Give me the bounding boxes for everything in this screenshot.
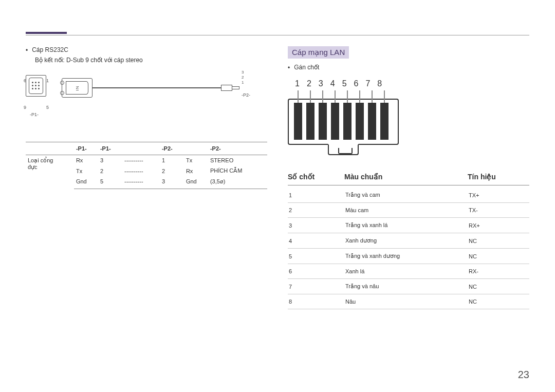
table-row: 7Trắng và nâuNC [288, 279, 529, 294]
cell-color: Trắng và xanh dương [344, 249, 468, 264]
rj45-pin-numbers: 1 2 3 4 5 6 7 8 [295, 79, 529, 88]
bullet-dot-icon: • [26, 46, 28, 54]
cell-color: Xanh lá [344, 264, 468, 279]
th-p1a: -P1- [74, 142, 98, 155]
cell-signal: NC [468, 249, 529, 264]
right-column: Cáp mạng LAN • Gán chốt 1 2 3 4 5 6 7 8 [288, 46, 529, 309]
cell-pin: 6 [288, 264, 344, 279]
table-row: 4Xanh dươngNC [288, 233, 529, 249]
rj45-diagram: 1 2 3 4 5 6 7 8 [288, 79, 529, 157]
cell-pin: 3 [288, 218, 344, 233]
lan-bullet: • Gán chốt [288, 64, 529, 72]
th-p2b: -P2- [208, 142, 267, 155]
bullet-dot-icon: • [288, 64, 290, 72]
pin-label-5: 5 [46, 105, 49, 110]
rs232c-bullet: • Cáp RS232C [26, 46, 267, 54]
cell-color: Màu cam [344, 203, 468, 218]
cell-signal: RX+ [468, 218, 529, 233]
table-row: Loại cổng đực Rx 3 ---------- 1 Tx STERE… [26, 155, 267, 166]
cell-pin: 7 [288, 279, 344, 294]
cell-color: Trắng và cam [344, 188, 468, 203]
cell-pin: 5 [288, 249, 344, 264]
table-row: 8NâuNC [288, 294, 529, 309]
th-p2a: -P2- [160, 142, 184, 155]
pin-label-1: 1 [46, 78, 49, 83]
table-row: 6Xanh láRX- [288, 264, 529, 279]
jack-pin-labels: 3 2 1 [242, 70, 244, 85]
header-accent [26, 32, 67, 34]
table-row: 1Trắng và camTX+ [288, 188, 529, 203]
cell-color: Nâu [344, 294, 468, 309]
cell-signal: NC [468, 279, 529, 294]
rs232c-title: Cáp RS232C [32, 46, 68, 53]
lan-pinout-table: 1Trắng và camTX+2Màu camTX-3Trắng và xan… [288, 188, 529, 309]
table-row: 5Trắng và xanh dươngNC [288, 249, 529, 264]
pin-label-9: 9 [24, 105, 26, 110]
lan-section-header: Cáp mạng LAN [288, 46, 349, 59]
cell-signal: TX+ [468, 188, 529, 203]
rs232c-pinout-table: -P1- -P1- -P2- -P2- Loại cổng đực Rx 3 - [26, 142, 267, 189]
rs232c-desc: Bộ kết nối: D-Sub 9 chốt với cáp stereo [35, 57, 267, 64]
th-p1b: -P1- [98, 142, 122, 155]
rs232c-diagram: 6 1 9 5 -P1- IN 3 2 1 -P2- [26, 70, 267, 137]
left-column: • Cáp RS232C Bộ kết nối: D-Sub 9 chốt vớ… [26, 46, 267, 309]
cell-color: Trắng và nâu [344, 279, 468, 294]
p2-marker: -P2- [242, 92, 250, 98]
row-label-2: đực [28, 164, 72, 171]
th-signal: Tín hiệu [468, 173, 529, 181]
pin-label-6: 6 [24, 78, 26, 83]
stereo-jack-icon [221, 83, 242, 92]
th-color: Màu chuẩn [344, 173, 468, 181]
cell-pin: 4 [288, 233, 344, 249]
dsub-front-icon: 6 1 9 5 -P1- [26, 75, 46, 97]
row-label-1: Loại cổng [28, 157, 72, 164]
cell-signal: NC [468, 294, 529, 309]
rj45-connector-icon [288, 90, 401, 157]
cell-signal: RX- [468, 264, 529, 279]
cell-signal: TX- [468, 203, 529, 218]
in-label: IN [75, 85, 80, 90]
th-pin: Số chốt [288, 173, 344, 181]
page-number: 23 [518, 369, 529, 381]
header-rule [26, 35, 529, 35]
table-row: 2Màu camTX- [288, 203, 529, 218]
cell-signal: NC [468, 233, 529, 249]
p1-marker-small: -P1- [30, 112, 39, 117]
content-columns: • Cáp RS232C Bộ kết nối: D-Sub 9 chốt vớ… [26, 46, 529, 309]
cell-pin: 2 [288, 203, 344, 218]
cell-pin: 8 [288, 294, 344, 309]
cell-color: Xanh dương [344, 233, 468, 249]
cell-color: Trắng và xanh lá [344, 218, 468, 233]
cable-line-icon [92, 87, 221, 88]
cell-pin: 1 [288, 188, 344, 203]
lan-bullet-label: Gán chốt [294, 64, 319, 71]
dsub-side-icon: IN [62, 78, 92, 98]
lan-table-header: Số chốt Màu chuẩn Tín hiệu [288, 173, 529, 185]
table-row: 3Trắng và xanh láRX+ [288, 218, 529, 233]
